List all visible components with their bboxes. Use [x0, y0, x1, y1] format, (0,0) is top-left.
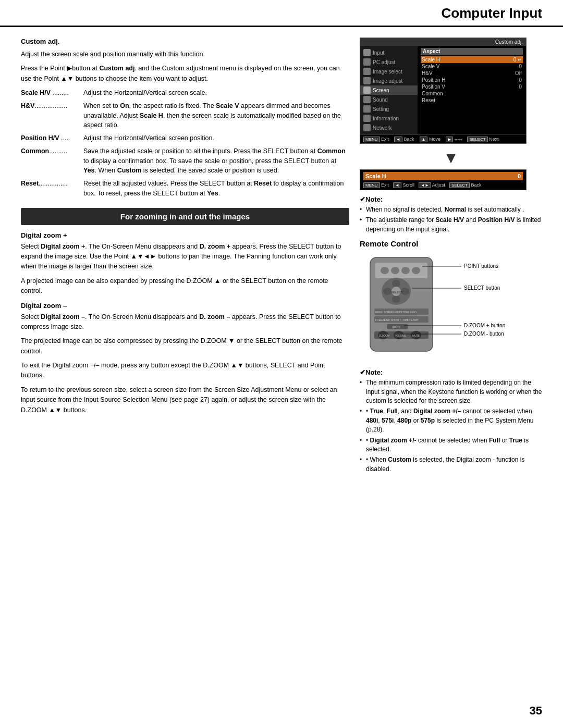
dz-plus-title: Digital zoom + [21, 231, 349, 239]
osd-row-scale-v: Scale V 0 [421, 63, 523, 70]
custom-adj-section: Custom adj. Adjust the screen scale and … [21, 38, 349, 199]
svg-point-4 [401, 267, 410, 274]
note2-title: ✔Note: [360, 368, 383, 376]
def-reset: Reset................ Reset the all adju… [21, 179, 349, 199]
page-title: Computer Input [21, 5, 542, 21]
note2-item-2: • True, Full, and Digital zoom +/– canno… [360, 407, 542, 434]
osd-menu: Input PC adjust Image select Image adjus… [360, 46, 526, 134]
digital-zoom-plus-section: Digital zoom + Select Digital zoom +. Th… [21, 231, 349, 297]
osd-screenshot: Custom adj. Input PC adjust Image select [360, 38, 527, 144]
remote-control-section: Remote Control [360, 239, 542, 358]
svg-point-8 [392, 295, 400, 303]
custom-adj-para2: Press the Point ▶button at Custom adj. a… [21, 64, 349, 84]
osd-row-reset: Reset [421, 97, 523, 104]
note1-title: ✔Note: [360, 195, 383, 203]
osd-row-hv: H&V Off [421, 70, 523, 77]
right-column: Custom adj. Input PC adjust Image select [360, 38, 542, 478]
page-number: 35 [530, 704, 542, 718]
osd-row-common: Common [421, 90, 523, 97]
remote-title: Remote Control [360, 239, 542, 248]
svg-point-2 [381, 267, 389, 274]
dz-minus-para3: To exit the Digital zoom +/– mode, press… [21, 361, 349, 381]
label-select-button: SELECT button [464, 285, 500, 291]
svg-point-5 [412, 267, 420, 274]
scale-h-title: Scale H 0 [363, 172, 523, 180]
network-icon [363, 124, 371, 131]
def-common: Common.......... Save the adjusted scale… [21, 146, 349, 176]
osd-left-panel: Input PC adjust Image select Image adjus… [360, 46, 418, 134]
osd-item-image-select: Image select [360, 67, 418, 76]
osd-item-screen: Screen [360, 85, 418, 95]
svg-text:SELECT: SELECT [391, 291, 403, 294]
scale-h-bottom-bar: MENU Exit ◄ Scroll ◄► Adjust SELECT Back [363, 182, 523, 188]
note2-item-4: • When Custom is selected, the Digital z… [360, 455, 542, 474]
svg-point-9 [383, 288, 391, 295]
label-dzoom-minus: D.ZOOM - button [464, 331, 504, 337]
image-select-icon [363, 68, 371, 75]
dz-plus-para2: A projected image can be also expanded b… [21, 276, 349, 297]
screen-icon [363, 87, 371, 94]
note2-item-1: The minimum compression ratio is limited… [360, 378, 542, 405]
osd-item-image-adjust: Image adjust [360, 76, 418, 85]
remote-svg: SELECT MENU SCREEN KEYSTONE INFO. FREEZE… [360, 252, 464, 356]
svg-point-3 [391, 267, 399, 274]
definition-list: Scale H/V ......... Adjust the Horizonta… [21, 88, 349, 199]
def-position-hv: Position H/V ..... Adjust the Horizontal… [21, 133, 349, 143]
svg-text:IMAGE: IMAGE [392, 326, 401, 329]
def-scale-hv: Scale H/V ......... Adjust the Horizonta… [21, 88, 349, 98]
svg-text:D.ZOOM: D.ZOOM [379, 334, 389, 337]
image-adjust-icon [363, 77, 371, 84]
custom-adj-para1: Adjust the screen scale and position man… [21, 50, 349, 59]
remote-container: SELECT MENU SCREEN KEYSTONE INFO. FREEZE… [360, 252, 527, 358]
label-point-buttons: POINT buttons [464, 263, 498, 269]
svg-text:FREEZE  NO SHOW  P-TIMER  LAMP: FREEZE NO SHOW P-TIMER LAMP [375, 318, 419, 322]
dz-minus-para1: Select Digital zoom –. The On-Screen Men… [21, 312, 349, 332]
main-content: Custom adj. Adjust the screen scale and … [0, 27, 563, 488]
svg-text:VOLUME: VOLUME [395, 334, 407, 337]
osd-item-information: Information [360, 114, 418, 123]
page-header: Computer Input [0, 0, 563, 27]
osd-row-position-v: Position V 0 [421, 83, 523, 90]
dz-plus-para1: Select Digital zoom +. The On-Screen Men… [21, 242, 349, 272]
note1-item-2: The adjustable range for Scale H/V and P… [360, 216, 542, 234]
osd-item-setting: Setting [360, 104, 418, 114]
dz-minus-title: Digital zoom – [21, 302, 349, 310]
osd-item-network: Network [360, 123, 418, 132]
svg-point-7 [392, 280, 400, 287]
osd-submenu-title: Aspect [421, 48, 523, 55]
dz-minus-para4: To return to the previous screen size, s… [21, 385, 349, 415]
label-dzoom-plus: D.ZOOM + button [464, 323, 505, 328]
osd-title: Custom adj. [360, 38, 526, 46]
digital-zoom-minus-section: Digital zoom – Select Digital zoom –. Th… [21, 302, 349, 415]
osd-row-scale-h: Scale H 0 ↵ [421, 56, 523, 63]
custom-adj-title: Custom adj. [21, 38, 349, 45]
input-icon [363, 49, 371, 56]
def-hv: H&V.................. When set to On, th… [21, 101, 349, 130]
note-box-2: ✔Note: The minimum compression ratio is … [360, 368, 542, 474]
osd-item-input: Input [360, 48, 418, 57]
osd-item-sound: Sound [360, 95, 418, 104]
left-column: Custom adj. Adjust the screen scale and … [21, 38, 349, 478]
osd-row-position-h: Position H 0 [421, 77, 523, 83]
note1-list: When no signal is detected, Normal is se… [360, 205, 542, 234]
note2-list: The minimum compression ratio is limited… [360, 378, 542, 474]
dz-minus-para2: The projected image can be also compress… [21, 336, 349, 356]
osd-bottom-bar: MENU Exit ◄ Back ▲ Move ▶ ----- SELECT N… [360, 134, 526, 143]
osd-right-panel: Aspect Scale H 0 ↵ Scale V 0 H&V Off Po [418, 46, 526, 134]
svg-text:MUTE: MUTE [412, 334, 420, 337]
info-icon [363, 115, 371, 122]
osd-item-pc-adjust: PC adjust [360, 57, 418, 67]
note-box-1: ✔Note: When no signal is detected, Norma… [360, 195, 542, 234]
note1-item-1: When no signal is detected, Normal is se… [360, 205, 542, 214]
sound-icon [363, 96, 371, 103]
arrow-down-indicator: ▼ [360, 149, 542, 167]
note2-item-3: • Digital zoom +/- cannot be selected wh… [360, 436, 542, 454]
pc-adjust-icon [363, 58, 371, 66]
scale-h-bar: Scale H 0 MENU Exit ◄ Scroll ◄► Adjust S… [360, 169, 527, 190]
svg-text:MENU  SCREEN  KEYSTONE  INFO.: MENU SCREEN KEYSTONE INFO. [375, 311, 417, 314]
zoom-banner: For zooming in and out the images [21, 208, 349, 225]
setting-icon [363, 105, 371, 113]
